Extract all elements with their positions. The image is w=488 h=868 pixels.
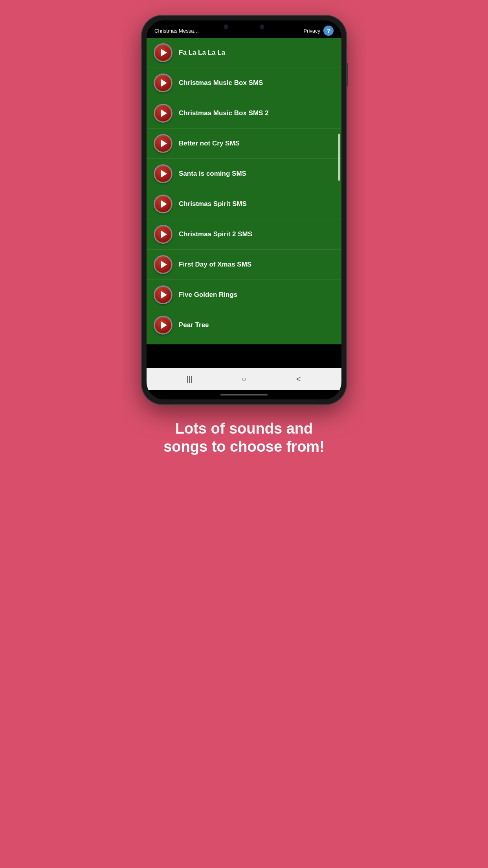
help-button[interactable]: ? — [323, 26, 334, 36]
song-title: Christmas Spirit 2 SMS — [179, 230, 252, 238]
home-bar — [220, 394, 268, 395]
list-item[interactable]: Pear Tree — [147, 310, 341, 340]
play-button[interactable] — [154, 255, 172, 274]
scrollbar-track — [338, 55, 340, 362]
list-item[interactable]: Christmas Music Box SMS — [147, 68, 341, 98]
song-title: Pear Tree — [179, 321, 209, 329]
play-button[interactable] — [154, 134, 172, 153]
list-item[interactable]: Christmas Music Box SMS 2 — [147, 98, 341, 129]
song-title: Santa is coming SMS — [179, 170, 246, 178]
song-title: Christmas Music Box SMS 2 — [179, 109, 269, 117]
play-button[interactable] — [154, 43, 172, 62]
song-title: Christmas Music Box SMS — [179, 79, 263, 87]
sensor-dot — [260, 24, 264, 29]
play-button[interactable] — [154, 195, 172, 213]
list-item[interactable]: Christmas Spirit 2 SMS — [147, 219, 341, 250]
home-indicator — [147, 390, 341, 399]
camera-dot — [224, 24, 228, 29]
list-item[interactable]: Christmas Spirit SMS — [147, 189, 341, 219]
list-item[interactable]: First Day of Xmas SMS — [147, 250, 341, 280]
android-nav-bar: ||| ○ < — [147, 368, 341, 390]
phone-device: Christmas Messa… Privacy ? Fa La La La L… — [142, 16, 346, 404]
song-title: Better not Cry SMS — [179, 140, 240, 147]
list-item[interactable]: Fa La La La La — [147, 38, 341, 68]
play-button[interactable] — [154, 104, 172, 123]
status-right: Privacy ? — [303, 26, 334, 36]
list-item[interactable]: Five Golden Rings — [147, 280, 341, 310]
list-item[interactable]: Better not Cry SMS — [147, 129, 341, 159]
menu-nav-button[interactable]: ||| — [182, 372, 196, 386]
song-title: First Day of Xmas SMS — [179, 261, 251, 268]
play-button[interactable] — [154, 74, 172, 92]
song-title: Christmas Spirit SMS — [179, 200, 247, 208]
song-list: Fa La La La LaChristmas Music Box SMSChr… — [147, 38, 341, 340]
play-button[interactable] — [154, 164, 172, 183]
promo-line1: Lots of sounds and — [175, 420, 313, 437]
song-title: Fa La La La La — [179, 49, 225, 57]
privacy-link[interactable]: Privacy — [303, 28, 320, 34]
back-nav-button[interactable]: < — [292, 372, 306, 386]
play-button[interactable] — [154, 225, 172, 244]
app-content: Fa La La La LaChristmas Music Box SMSChr… — [147, 38, 341, 344]
promo-text: Lots of sounds and songs to choose from! — [160, 420, 328, 456]
song-title: Five Golden Rings — [179, 291, 237, 299]
home-nav-button[interactable]: ○ — [237, 372, 251, 386]
play-button[interactable] — [154, 316, 172, 335]
status-bar: Christmas Messa… Privacy ? — [147, 20, 341, 38]
promo-line2: songs to choose from! — [163, 438, 325, 455]
list-item[interactable]: Santa is coming SMS — [147, 159, 341, 189]
bottom-black-bar — [147, 344, 341, 368]
notch — [213, 20, 275, 32]
scrollbar-thumb — [338, 134, 340, 181]
play-button[interactable] — [154, 285, 172, 304]
app-title: Christmas Messa… — [154, 28, 199, 34]
phone-screen: Christmas Messa… Privacy ? Fa La La La L… — [147, 20, 341, 399]
